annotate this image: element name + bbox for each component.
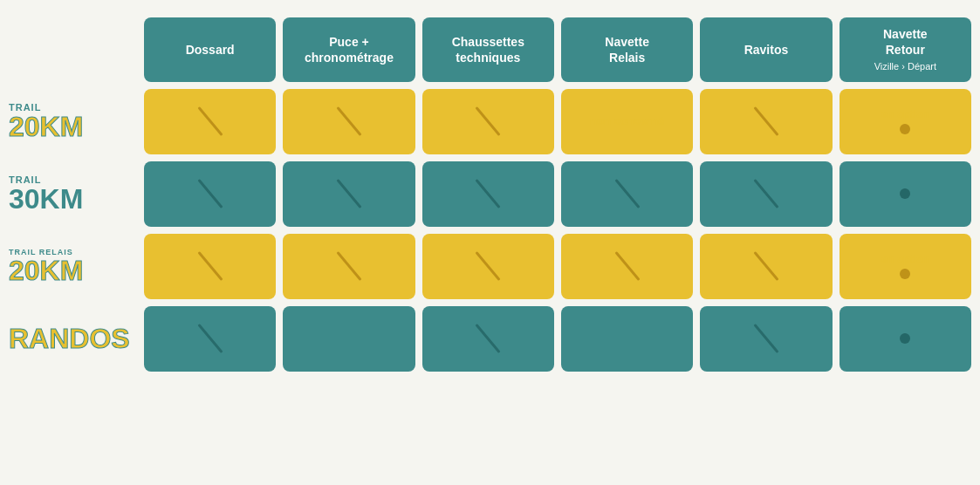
en-option-text-2: en option [881, 253, 929, 265]
trail-30km-big-label: 30KM [9, 185, 83, 213]
header-dossard: Dossard [144, 17, 276, 82]
row-label-randos: RANDOS [9, 324, 137, 352]
cell-randos-ravitos [700, 306, 832, 372]
cell-randos-navette-retour [840, 306, 971, 372]
cell-30km-chaussettes [422, 161, 554, 227]
row-trail-20km: TRAIL 20KM non concerné en option [9, 89, 971, 154]
header-navette-relais-line1: Navette [605, 34, 649, 50]
header-navette-relais: Navette Relais [561, 17, 693, 82]
slash-icon [747, 174, 785, 213]
row-label-trail-20km: TRAIL 20KM [9, 103, 137, 140]
slash-icon [469, 102, 507, 140]
header-row: Dossard Puce + chronométrage Chaussettes… [144, 17, 971, 82]
en-option-text: en option [881, 108, 929, 120]
header-navette-retour-line2: Retour [886, 42, 925, 58]
cell-randos-puce [283, 306, 415, 372]
header-navette-relais-line2: Relais [609, 50, 645, 65]
slash-icon [747, 319, 785, 358]
cell-relais-ravitos [700, 234, 832, 299]
header-chaussettes: Chaussettes techniques [422, 17, 554, 82]
slash-icon [330, 247, 368, 285]
slash-icon [469, 174, 507, 213]
cell-20km-puce [283, 89, 415, 154]
dot-icon [900, 124, 910, 134]
row-label-trail-30km: TRAIL 30KM [9, 175, 137, 213]
dot-icon [900, 333, 910, 344]
cell-relais-navette-retour: en option [840, 234, 971, 299]
row-trail-relais-20km: TRAIL RELAIS 20KM en option [9, 234, 971, 299]
slash-icon [191, 174, 230, 213]
row-trail-30km: TRAIL 30KM [9, 161, 971, 227]
cell-20km-dossard [144, 89, 276, 154]
slash-icon [469, 247, 507, 285]
header-dossard-label: Dossard [186, 42, 235, 58]
header-ravitos-label: Ravitos [744, 42, 789, 58]
slash-icon [330, 102, 368, 140]
cell-randos-chaussettes [422, 306, 554, 372]
main-container: Dossard Puce + chronométrage Chaussettes… [0, 0, 980, 485]
cell-30km-navette-relais [561, 161, 693, 227]
header-ravitos: Ravitos [700, 17, 832, 82]
header-puce-line2: chronométrage [305, 50, 394, 65]
cell-relais-puce [283, 234, 415, 299]
slash-icon [608, 247, 647, 285]
slash-icon [330, 174, 368, 213]
header-navette-retour-line1: Navette [883, 26, 928, 42]
header-navette-retour-sub: Vizille › Départ [874, 60, 936, 72]
header-puce: Puce + chronométrage [283, 17, 415, 82]
cell-30km-puce [283, 161, 415, 227]
cell-randos-navette-relais [561, 306, 693, 372]
slash-icon [469, 319, 507, 358]
slash-icon [747, 102, 785, 140]
cell-30km-navette-retour [840, 161, 971, 227]
cell-relais-dossard [144, 234, 276, 299]
cell-randos-dossard [144, 306, 276, 372]
slash-icon [191, 102, 230, 140]
cell-relais-navette-relais [561, 234, 693, 299]
cell-20km-ravitos [700, 89, 832, 154]
slash-icon [191, 247, 230, 285]
cell-30km-dossard [144, 161, 276, 227]
trail-20km-big-label: 20KM [9, 113, 83, 140]
en-option-wrap: en option [881, 108, 929, 134]
randos-label: RANDOS [9, 324, 130, 352]
slash-icon [191, 319, 230, 358]
row-randos: RANDOS [9, 306, 971, 372]
cell-20km-navette-relais: non concerné [561, 89, 693, 154]
row-label-trail-relais-20km: TRAIL RELAIS 20KM [9, 249, 137, 284]
dot-icon [900, 188, 910, 199]
dot-icon [900, 269, 910, 279]
slash-icon [608, 174, 647, 213]
non-concerne-text: non concerné [590, 114, 664, 129]
header-chaussettes-line1: Chaussettes [452, 34, 524, 50]
header-navette-retour: Navette Retour Vizille › Départ [840, 17, 971, 82]
trail-relais-big-label: 20KM [9, 256, 83, 284]
cell-relais-chaussettes [422, 234, 554, 299]
cell-20km-navette-retour: en option [840, 89, 971, 154]
en-option-wrap-2: en option [881, 253, 929, 279]
header-chaussettes-line2: techniques [456, 50, 520, 65]
slash-icon [747, 247, 785, 285]
cell-20km-chaussettes [422, 89, 554, 154]
header-puce-line1: Puce + [329, 34, 369, 50]
cell-30km-ravitos [700, 161, 832, 227]
